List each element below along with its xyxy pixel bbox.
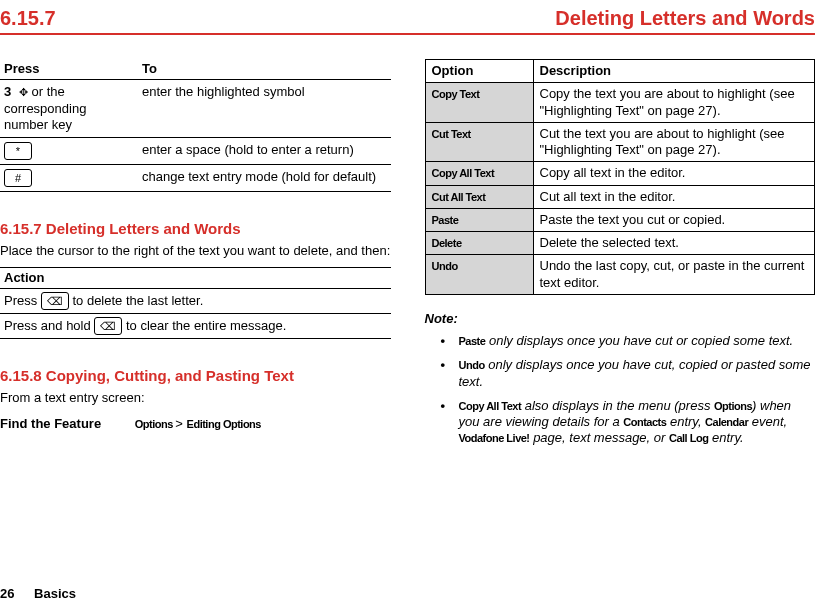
action-text-pre: Press and hold xyxy=(4,318,94,333)
note-text: event, xyxy=(748,414,787,429)
option-name: Cut Text xyxy=(432,128,471,140)
note-list: Paste only displays once you have cut or… xyxy=(441,333,816,447)
find-feature-path-b: Editing Options xyxy=(187,418,261,430)
section-title-copying: 6.15.8 Copying, Cutting, and Pasting Tex… xyxy=(0,367,391,386)
press-to-text: change text entry mode (hold for default… xyxy=(138,165,391,192)
section-para: Place the cursor to the right of the tex… xyxy=(0,243,391,259)
press-row: 3 ✥ or the corresponding number key ente… xyxy=(0,80,391,138)
option-row: Copy All Text Copy all text in the edito… xyxy=(425,162,815,185)
option-desc: Cut the text you are about to highlight … xyxy=(533,122,815,162)
delete-key-icon: ⌫ xyxy=(94,317,122,335)
header-section-number: 6.15.7 xyxy=(0,6,56,31)
find-feature-sep: > xyxy=(175,416,186,431)
note-text: entry, xyxy=(666,414,705,429)
action-table: Action Press ⌫ to delete the last letter… xyxy=(0,267,391,339)
note-bold: Contacts xyxy=(623,416,666,428)
left-column: Press To 3 ✥ or the corresponding number… xyxy=(0,59,391,455)
option-row: Copy Text Copy the text you are about to… xyxy=(425,83,815,123)
note-item: Undo only displays once you have cut, co… xyxy=(441,357,816,390)
action-header: Action xyxy=(0,268,391,289)
option-name: Undo xyxy=(432,260,458,272)
note-text: entry. xyxy=(708,430,743,445)
press-to-text: enter the highlighted symbol xyxy=(138,80,391,138)
note-bold: Options xyxy=(714,400,752,412)
option-table: Option Description Copy Text Copy the te… xyxy=(425,59,816,295)
note-text: only displays once you have cut or copie… xyxy=(485,333,793,348)
action-row: Press and hold ⌫ to clear the entire mes… xyxy=(0,314,391,339)
option-row: Undo Undo the last copy, cut, or paste i… xyxy=(425,255,815,295)
option-row: Paste Paste the text you cut or copied. xyxy=(425,208,815,231)
option-desc: Delete the selected text. xyxy=(533,232,815,255)
press-key-text: or the corresponding number key xyxy=(4,84,86,132)
note-item: Paste only displays once you have cut or… xyxy=(441,333,816,349)
note-label: Note: xyxy=(425,311,816,327)
option-name: Cut All Text xyxy=(432,191,486,203)
option-name: Copy All Text xyxy=(432,167,495,179)
option-row: Cut All Text Cut all text in the editor. xyxy=(425,185,815,208)
option-row: Delete Delete the selected text. xyxy=(425,232,815,255)
page-number: 26 xyxy=(0,586,14,601)
option-desc: Paste the text you cut or copied. xyxy=(533,208,815,231)
note-text: only displays once you have cut, copied … xyxy=(459,357,811,388)
press-header: Press xyxy=(0,59,138,80)
option-desc: Copy the text you are about to highlight… xyxy=(533,83,815,123)
action-text-post: to delete the last letter. xyxy=(69,293,203,308)
footer-section: Basics xyxy=(34,586,76,601)
section-para: From a text entry screen: xyxy=(0,390,391,406)
joystick-icon: ✥ xyxy=(19,86,28,98)
header-title: Deleting Letters and Words xyxy=(555,6,815,31)
option-row: Cut Text Cut the text you are about to h… xyxy=(425,122,815,162)
note-bold: Paste xyxy=(459,335,486,347)
section-title-deleting: 6.15.7 Deleting Letters and Words xyxy=(0,220,391,239)
option-header-desc: Description xyxy=(533,60,815,83)
press-to-table: Press To 3 ✥ or the corresponding number… xyxy=(0,59,391,192)
option-desc: Cut all text in the editor. xyxy=(533,185,815,208)
note-bold: Vodafone Live! xyxy=(459,432,530,444)
option-name: Paste xyxy=(432,214,459,226)
note-bold: Call Log xyxy=(669,432,708,444)
option-name: Delete xyxy=(432,237,462,249)
footer: 26 Basics xyxy=(0,586,76,602)
note-bold: Copy All Text xyxy=(459,400,522,412)
press-to-text: enter a space (hold to enter a return) xyxy=(138,138,391,165)
delete-key-icon: ⌫ xyxy=(41,292,69,310)
note-text: also displays in the menu (press xyxy=(521,398,714,413)
note-item: Copy All Text also displays in the menu … xyxy=(441,398,816,447)
note-bold: Undo xyxy=(459,359,485,371)
option-desc: Undo the last copy, cut, or paste in the… xyxy=(533,255,815,295)
option-desc: Copy all text in the editor. xyxy=(533,162,815,185)
find-feature-label: Find the Feature xyxy=(0,416,101,431)
find-the-feature: Find the Feature Options > Editing Optio… xyxy=(0,416,391,432)
find-feature-path-a: Options xyxy=(135,418,176,430)
star-key-icon: * xyxy=(4,142,32,160)
option-name: Copy Text xyxy=(432,88,480,100)
header: 6.15.7 Deleting Letters and Words xyxy=(0,0,815,35)
action-text-post: to clear the entire message. xyxy=(122,318,286,333)
press-step-number: 3 xyxy=(4,84,15,99)
to-header: To xyxy=(138,59,391,80)
action-text-pre: Press xyxy=(4,293,41,308)
action-row: Press ⌫ to delete the last letter. xyxy=(0,289,391,314)
note-bold: Calendar xyxy=(705,416,748,428)
press-row: * enter a space (hold to enter a return) xyxy=(0,138,391,165)
hash-key-icon: # xyxy=(4,169,32,187)
right-column: Option Description Copy Text Copy the te… xyxy=(425,59,816,455)
press-row: # change text entry mode (hold for defau… xyxy=(0,165,391,192)
option-header-option: Option xyxy=(425,60,533,83)
note-text: page, text message, or xyxy=(530,430,669,445)
